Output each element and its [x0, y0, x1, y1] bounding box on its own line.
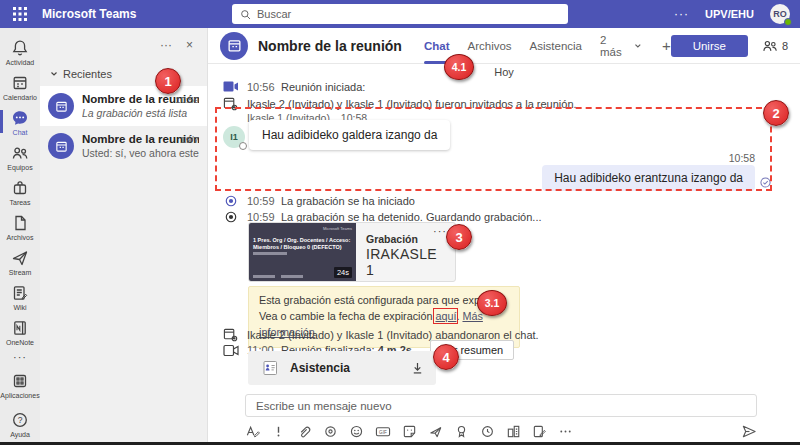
avatar[interactable]: RO — [770, 4, 790, 24]
rail-label: Wiki — [13, 304, 26, 311]
chevron-down-icon — [634, 42, 642, 50]
event-time: 10:59 — [247, 195, 273, 207]
search-input[interactable]: Buscar — [232, 4, 568, 24]
event-recording-started: 10:59 La grabación se ha iniciado — [222, 194, 792, 208]
schedule-send-icon[interactable] — [480, 424, 495, 439]
composer-toolbar: GIF — [245, 422, 757, 440]
event-meeting-started: 10:56 Reunión iniciada: — [222, 80, 792, 93]
list-item-meeting-2[interactable]: Nombre de la reunión 2 Usted: sí, veo ah… — [40, 126, 207, 166]
thumbnail-footer: 24s — [253, 267, 352, 278]
gif-icon[interactable]: GIF — [375, 424, 391, 439]
sidebar-item-tareas[interactable]: Tareas — [0, 174, 40, 209]
file-icon — [10, 213, 30, 233]
tab-asistencia[interactable]: Asistencia — [530, 28, 582, 64]
app-title: Microsoft Teams — [42, 7, 136, 21]
praise-icon[interactable] — [454, 424, 469, 439]
rail-more-icon[interactable]: ··· — [13, 349, 27, 367]
event-text: Ikasle 2 (Invitado) y Ikasle 1 (Invitado… — [247, 329, 539, 341]
camera-icon — [222, 80, 239, 93]
presence-online-dot — [784, 18, 792, 26]
here-link[interactable]: aquí — [435, 310, 456, 322]
view-summary-button[interactable]: Ver resumen — [430, 340, 514, 360]
list-item-time: 19/7 — [181, 134, 200, 145]
avatar-i1[interactable]: I1 — [223, 126, 245, 148]
rail-label: Stream — [9, 269, 32, 276]
svg-text:?: ? — [18, 415, 23, 425]
participants-button[interactable]: 8 — [761, 39, 788, 53]
sidebar-item-equipos[interactable]: Equipos — [0, 139, 40, 174]
bell-icon — [10, 38, 30, 58]
tab-more[interactable]: 2 más — [600, 28, 642, 64]
rail-label: Ayuda — [10, 431, 30, 438]
page-title: Nombre de la reunión — [258, 38, 402, 54]
people-icon — [10, 143, 30, 163]
sidebar-item-onenote[interactable]: OneNote — [0, 314, 40, 349]
event-invited: Ikasle 2 (Invitado) y Ikasle 1 (Invitado… — [222, 96, 792, 111]
teams-window: Microsoft Teams Buscar ··· UPV/EHU RO Ac… — [0, 0, 800, 445]
main-pane: Nombre de la reunión Chat Archivos Asist… — [208, 28, 800, 445]
chat-list-more-icon[interactable]: ··· — [160, 38, 172, 52]
incoming-message-bubble[interactable]: Hau adibideko galdera izango da — [249, 120, 450, 150]
sidebar-item-actividad[interactable]: Actividad — [0, 34, 40, 69]
org-buildings-icon[interactable] — [506, 424, 521, 439]
meeting-avatar — [48, 93, 74, 119]
rail-label: Calendario — [3, 94, 37, 101]
recording-thumbnail: Microsoft Teams 1 Pres. Org / Org. Docen… — [249, 223, 356, 281]
sidebar-item-wiki[interactable]: Wiki — [0, 279, 40, 314]
attach-icon[interactable] — [297, 424, 312, 439]
approvals-icon[interactable] — [532, 424, 547, 439]
thumbnail-label-bar — [281, 275, 303, 278]
record-stop-icon — [222, 210, 239, 224]
rail-label: Actividad — [6, 59, 34, 66]
sidebar-item-aplicaciones[interactable]: Aplicaciones — [0, 367, 40, 402]
add-tab-button[interactable]: + — [662, 37, 671, 54]
format-icon[interactable] — [245, 424, 260, 439]
tab-chat[interactable]: Chat — [424, 28, 450, 64]
app-launcher-icon[interactable] — [0, 7, 40, 21]
sidebar-item-chat[interactable]: Chat — [0, 104, 40, 139]
list-item-time: 10:59 — [175, 94, 199, 105]
wiki-icon — [10, 283, 30, 303]
avatar-initials: I1 — [230, 132, 238, 142]
read-receipt-icon — [760, 177, 771, 190]
meeting-calendar-icon — [227, 38, 242, 53]
composer-more-icon[interactable] — [558, 424, 573, 439]
list-item-meeting-1[interactable]: Nombre de la reunión La grabación está l… — [40, 86, 207, 126]
topbar-right: ··· UPV/EHU RO — [674, 0, 790, 28]
join-button[interactable]: Unirse — [671, 35, 748, 57]
outgoing-message-bubble[interactable]: Hau adibideko erantzuna izango da — [542, 165, 755, 191]
list-item-preview: La grabación está lista — [82, 107, 199, 119]
sidebar-item-stream[interactable]: Stream — [0, 244, 40, 279]
topbar-more-icon[interactable]: ··· — [674, 7, 689, 21]
chevron-down-icon — [50, 70, 58, 78]
stream-app-icon[interactable] — [428, 424, 443, 439]
chat-icon — [10, 108, 30, 128]
sidebar-item-ayuda[interactable]: ? Ayuda — [0, 406, 40, 441]
download-icon[interactable] — [411, 361, 424, 375]
sidebar-item-archivos[interactable]: Archivos — [0, 209, 40, 244]
app-rail: Actividad Calendario Chat Equipos Tareas… — [0, 28, 40, 445]
rail-label: OneNote — [6, 339, 34, 346]
recording-card[interactable]: Microsoft Teams 1 Pres. Org / Org. Docen… — [248, 222, 456, 282]
tab-archivos[interactable]: Archivos — [467, 28, 511, 64]
list-item-preview: Usted: sí, veo ahora este mensaje — [82, 147, 199, 159]
thumbnail-subtext-bar — [253, 252, 287, 255]
sticker-icon[interactable] — [402, 424, 417, 439]
delivery-options-icon[interactable] — [271, 424, 286, 439]
recents-section-label: Recientes — [63, 68, 112, 80]
emoji-icon[interactable] — [349, 424, 364, 439]
sidebar-item-calendario[interactable]: Calendario — [0, 69, 40, 104]
thumbnail-label-bar — [253, 275, 275, 278]
org-name[interactable]: UPV/EHU — [705, 8, 754, 20]
message-input[interactable] — [245, 394, 757, 417]
chat-list-header: ··· × — [40, 28, 207, 60]
calendar-icon — [10, 73, 30, 93]
loop-icon[interactable] — [323, 424, 338, 439]
header-actions: Unirse 8 — [671, 35, 788, 57]
send-icon[interactable] — [741, 424, 757, 439]
chat-thread: Hoy 10:56 Reunión iniciada: Ikasle 2 (In… — [208, 64, 800, 387]
chat-list-close-icon[interactable]: × — [186, 38, 193, 52]
recents-section-toggle[interactable]: Recientes — [40, 60, 207, 86]
recording-more-icon[interactable]: ··· — [433, 225, 447, 237]
attendance-card[interactable]: Asistencia — [248, 351, 436, 385]
